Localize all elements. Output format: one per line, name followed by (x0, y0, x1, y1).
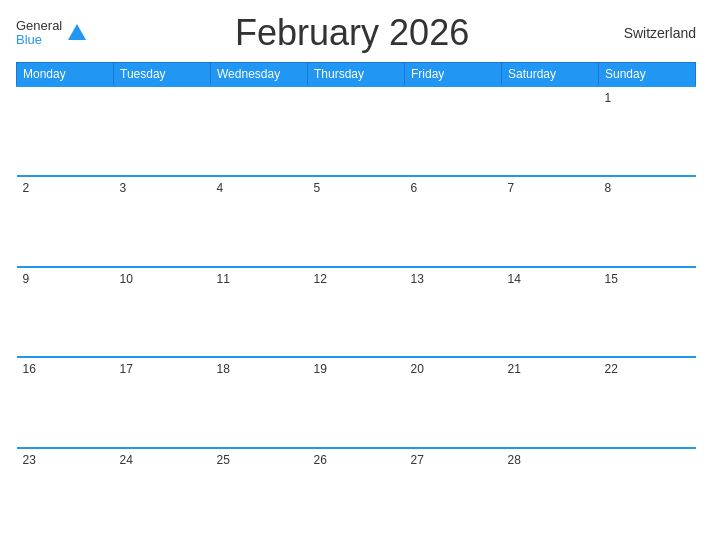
calendar-cell: 4 (211, 176, 308, 266)
day-number: 19 (314, 362, 327, 376)
calendar-cell: 26 (308, 448, 405, 538)
day-number: 13 (411, 272, 424, 286)
weekday-header-wednesday: Wednesday (211, 63, 308, 87)
country-label: Switzerland (616, 25, 696, 41)
calendar-cell: 25 (211, 448, 308, 538)
logo-general: General (16, 19, 62, 33)
day-number: 25 (217, 453, 230, 467)
day-number: 15 (605, 272, 618, 286)
day-number: 3 (120, 181, 127, 195)
calendar-cell: 13 (405, 267, 502, 357)
calendar-cell: 28 (502, 448, 599, 538)
calendar-cell: 24 (114, 448, 211, 538)
day-number: 24 (120, 453, 133, 467)
calendar-table: MondayTuesdayWednesdayThursdayFridaySatu… (16, 62, 696, 538)
calendar-cell: 20 (405, 357, 502, 447)
calendar-cell: 12 (308, 267, 405, 357)
day-number: 17 (120, 362, 133, 376)
day-number: 18 (217, 362, 230, 376)
calendar-cell: 19 (308, 357, 405, 447)
calendar-cell: 10 (114, 267, 211, 357)
day-number: 8 (605, 181, 612, 195)
day-number: 9 (23, 272, 30, 286)
day-number: 4 (217, 181, 224, 195)
calendar-cell: 8 (599, 176, 696, 266)
week-row-1: 1 (17, 86, 696, 176)
calendar-cell: 16 (17, 357, 114, 447)
calendar-cell (211, 86, 308, 176)
calendar-cell (599, 448, 696, 538)
weekday-header-row: MondayTuesdayWednesdayThursdayFridaySatu… (17, 63, 696, 87)
day-number: 7 (508, 181, 515, 195)
calendar-cell: 23 (17, 448, 114, 538)
day-number: 1 (605, 91, 612, 105)
calendar-cell (114, 86, 211, 176)
day-number: 16 (23, 362, 36, 376)
calendar-cell: 27 (405, 448, 502, 538)
weekday-header-monday: Monday (17, 63, 114, 87)
day-number: 6 (411, 181, 418, 195)
calendar-cell: 11 (211, 267, 308, 357)
day-number: 14 (508, 272, 521, 286)
calendar-cell: 3 (114, 176, 211, 266)
calendar-cell: 15 (599, 267, 696, 357)
logo: General Blue (16, 19, 88, 48)
calendar-cell (308, 86, 405, 176)
calendar-cell (17, 86, 114, 176)
day-number: 21 (508, 362, 521, 376)
weekday-header-thursday: Thursday (308, 63, 405, 87)
calendar-cell: 6 (405, 176, 502, 266)
day-number: 10 (120, 272, 133, 286)
day-number: 5 (314, 181, 321, 195)
weekday-header-friday: Friday (405, 63, 502, 87)
svg-marker-0 (68, 24, 86, 40)
logo-text: General Blue (16, 19, 62, 48)
day-number: 20 (411, 362, 424, 376)
calendar-cell: 9 (17, 267, 114, 357)
day-number: 26 (314, 453, 327, 467)
day-number: 22 (605, 362, 618, 376)
calendar-cell (405, 86, 502, 176)
calendar-wrapper: General Blue February 2026 Switzerland M… (0, 0, 712, 550)
weekday-header-tuesday: Tuesday (114, 63, 211, 87)
calendar-cell: 7 (502, 176, 599, 266)
calendar-cell: 1 (599, 86, 696, 176)
weekday-header-saturday: Saturday (502, 63, 599, 87)
calendar-cell: 17 (114, 357, 211, 447)
logo-blue: Blue (16, 32, 42, 47)
calendar-cell: 14 (502, 267, 599, 357)
week-row-3: 9101112131415 (17, 267, 696, 357)
week-row-4: 16171819202122 (17, 357, 696, 447)
day-number: 23 (23, 453, 36, 467)
calendar-cell: 5 (308, 176, 405, 266)
day-number: 27 (411, 453, 424, 467)
weekday-header-sunday: Sunday (599, 63, 696, 87)
day-number: 11 (217, 272, 230, 286)
week-row-5: 232425262728 (17, 448, 696, 538)
day-number: 2 (23, 181, 30, 195)
day-number: 28 (508, 453, 521, 467)
calendar-cell: 2 (17, 176, 114, 266)
calendar-header: General Blue February 2026 Switzerland (16, 12, 696, 54)
calendar-cell: 18 (211, 357, 308, 447)
week-row-2: 2345678 (17, 176, 696, 266)
logo-icon (66, 22, 88, 44)
calendar-cell: 21 (502, 357, 599, 447)
calendar-cell: 22 (599, 357, 696, 447)
month-title: February 2026 (88, 12, 616, 54)
calendar-cell (502, 86, 599, 176)
day-number: 12 (314, 272, 327, 286)
